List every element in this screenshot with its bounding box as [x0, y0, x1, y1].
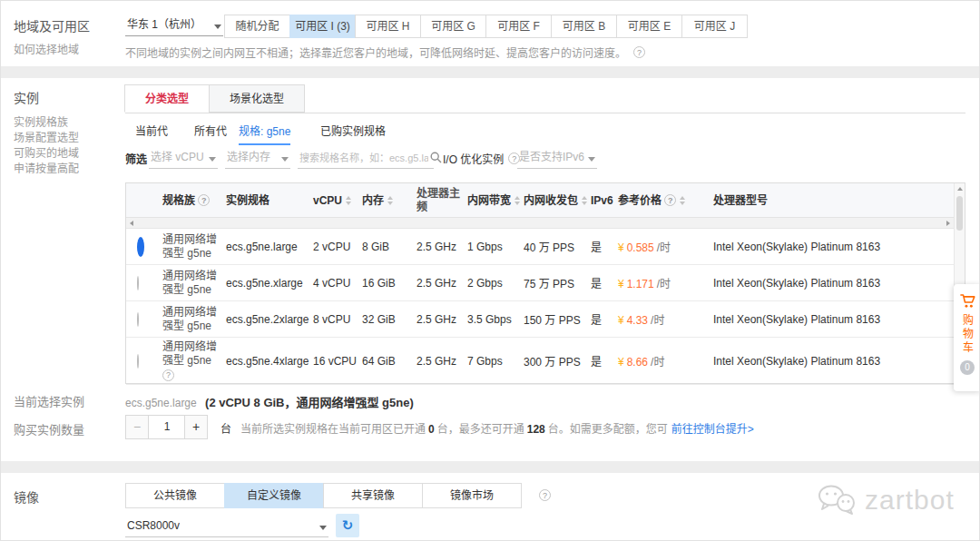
table-row[interactable]: 通用网络增强型 g5ne? ecs.g5ne.4xlarge 16 vCPU 6…: [126, 338, 965, 385]
cell-spec: ecs.g5ne.2xlarge: [226, 313, 313, 326]
scrollbar-thumb[interactable]: [956, 196, 963, 231]
chevron-down-icon: [319, 526, 327, 530]
scroll-right-icon[interactable]: [946, 221, 950, 226]
filter-label: 筛选: [125, 151, 147, 166]
cell-cpu: Intel Xeon(Skylake) Platinum 8163: [713, 313, 954, 326]
section-divider: [1, 461, 980, 473]
row-radio-selected[interactable]: [137, 237, 144, 257]
subtab-purchased-specs[interactable]: 已购实例规格: [320, 123, 386, 145]
zone-tab-b[interactable]: 可用区 B: [551, 15, 617, 38]
cell-pps: 40 万 PPS: [524, 239, 591, 254]
help-icon[interactable]: ?: [162, 369, 174, 381]
cell-vcpu: 8 vCPU: [313, 313, 362, 326]
current-selection-detail: (2 vCPU 8 GiB，通用网络增强型 g5ne): [205, 396, 414, 409]
help-icon[interactable]: ?: [664, 194, 676, 206]
sort-icon[interactable]: [346, 196, 351, 205]
chevron-down-icon: [281, 157, 289, 162]
sort-icon[interactable]: [582, 196, 587, 205]
header-pps: 内网收发包: [524, 194, 591, 207]
region-select[interactable]: 华东 1（杭州）: [125, 15, 223, 36]
header-memory: 内存: [362, 194, 416, 207]
memory-select[interactable]: 选择内存: [225, 147, 290, 169]
row-radio[interactable]: [137, 276, 139, 290]
zone-tab-e[interactable]: 可用区 E: [616, 15, 682, 38]
tab-scenario-select[interactable]: 场景化选型: [209, 84, 305, 113]
sidebar-link-purchasable-regions[interactable]: 可购买的地域: [14, 144, 79, 160]
chevron-down-icon: [209, 157, 216, 162]
sidebar-link-scene-config[interactable]: 场景配置选型: [14, 129, 79, 144]
cell-pps: 300 万 PPS: [524, 353, 591, 369]
image-type-custom[interactable]: 自定义镜像: [224, 483, 324, 508]
spec-table: 规格族 ? 实例规格 vCPU 内存 处理器主频 内网带宽 内网收发包 IPv6…: [125, 182, 965, 384]
cell-bandwidth: 1 Gbps: [467, 241, 524, 253]
spec-search-input[interactable]: [298, 152, 430, 168]
zone-tabs: 随机分配 可用区 I (3) 可用区 H 可用区 G 可用区 F 可用区 B 可…: [224, 15, 748, 38]
zone-tab-h[interactable]: 可用区 H: [355, 15, 421, 38]
quantity-unit: 台: [220, 420, 231, 436]
help-icon[interactable]: ?: [198, 194, 210, 206]
cell-bandwidth: 2 Gbps: [467, 277, 524, 290]
zone-tab-i[interactable]: 可用区 I (3): [289, 15, 356, 38]
row-radio[interactable]: [137, 312, 139, 327]
zone-tab-f[interactable]: 可用区 F: [485, 15, 552, 38]
cell-ipv6: 是: [591, 275, 618, 290]
console-quota-link[interactable]: 前往控制台提升>: [671, 423, 754, 436]
vcpu-select[interactable]: 选择 vCPU: [149, 147, 218, 169]
ipv6-select[interactable]: 是否支持IPv6: [517, 147, 597, 169]
scroll-left-icon[interactable]: [130, 221, 133, 226]
region-note: 不同地域的实例之间内网互不相通；选择靠近您客户的地域，可降低网络时延、提高您客户…: [125, 44, 645, 60]
region-note-text: 不同地域的实例之间内网互不相通；选择靠近您客户的地域，可降低网络时延、提高您客户…: [125, 44, 626, 60]
chevron-down-icon: [588, 157, 595, 162]
watermark-text: zartbot: [865, 485, 955, 516]
current-selection-label: 当前选择实例: [14, 392, 84, 409]
help-icon[interactable]: ?: [539, 489, 551, 501]
filter-row: 筛选 选择 vCPU 选择内存 I/O 优化实例 ? 是否支持IPv6: [125, 147, 965, 172]
header-cpu: 处理器型号: [713, 194, 954, 207]
cell-family: 通用网络增强型 g5ne: [162, 306, 226, 333]
tab-category-select[interactable]: 分类选型: [124, 84, 210, 113]
cell-frequency: 2.5 GHz: [416, 241, 467, 253]
scroll-up-icon[interactable]: [957, 187, 963, 191]
table-row[interactable]: 通用网络增强型 g5ne ecs.g5ne.large 2 vCPU 8 GiB…: [126, 229, 965, 265]
cell-frequency: 2.5 GHz: [416, 355, 467, 368]
region-help-link[interactable]: 如何选择地域: [14, 41, 79, 56]
subtab-spec-g5ne[interactable]: 规格: g5ne: [239, 123, 290, 145]
sidebar-link-spec-family[interactable]: 实例规格族: [14, 113, 68, 129]
cell-bandwidth: 3.5 Gbps: [467, 313, 524, 326]
sort-icon[interactable]: [387, 196, 393, 205]
table-row[interactable]: 通用网络增强型 g5ne ecs.g5ne.2xlarge 8 vCPU 32 …: [126, 301, 965, 338]
quantity-plus-button[interactable]: +: [184, 415, 208, 439]
header-frequency: 处理器主频: [416, 187, 467, 214]
cell-memory: 8 GiB: [362, 241, 416, 253]
cell-ipv6: 是: [591, 353, 618, 369]
help-icon[interactable]: ?: [633, 46, 645, 58]
refresh-image-button[interactable]: ↻: [336, 514, 359, 537]
row-radio[interactable]: [137, 354, 139, 369]
quantity-minus-button[interactable]: −: [125, 415, 149, 439]
table-row[interactable]: 通用网络增强型 g5ne ecs.g5ne.xlarge 4 vCPU 16 G…: [126, 265, 965, 301]
cell-vcpu: 2 vCPU: [313, 241, 362, 253]
zone-tab-random[interactable]: 随机分配: [224, 15, 290, 38]
image-type-marketplace[interactable]: 镜像市场: [422, 483, 522, 508]
sort-icon[interactable]: [514, 196, 520, 205]
sidebar-link-quota-request[interactable]: 申请按量高配: [14, 160, 79, 175]
header-ipv6: IPv6: [591, 194, 618, 207]
cart-badge: 0: [960, 360, 975, 375]
cell-cpu: Intel Xeon(Skylake) Platinum 8163: [713, 241, 954, 253]
cell-memory: 16 GiB: [362, 277, 416, 290]
image-select[interactable]: CSR8000v: [125, 516, 328, 537]
image-type-shared[interactable]: 共享镜像: [323, 483, 423, 508]
wechat-icon: [816, 483, 859, 517]
zone-tab-g[interactable]: 可用区 G: [420, 15, 486, 38]
cart-flyout[interactable]: 购物车 0: [954, 284, 980, 391]
sort-icon[interactable]: [680, 196, 685, 205]
search-icon[interactable]: [430, 152, 442, 163]
cell-price: ¥8.66/时: [618, 353, 713, 369]
quantity-value[interactable]: 1: [149, 415, 185, 439]
subtab-current-gen[interactable]: 当前代: [135, 123, 168, 145]
subtab-all-gen[interactable]: 所有代: [194, 123, 227, 145]
zone-tab-j[interactable]: 可用区 J: [681, 15, 748, 38]
horizontal-scrollbar[interactable]: [126, 218, 954, 229]
image-type-public[interactable]: 公共镜像: [125, 483, 225, 508]
cell-bandwidth: 7 Gbps: [467, 355, 524, 368]
